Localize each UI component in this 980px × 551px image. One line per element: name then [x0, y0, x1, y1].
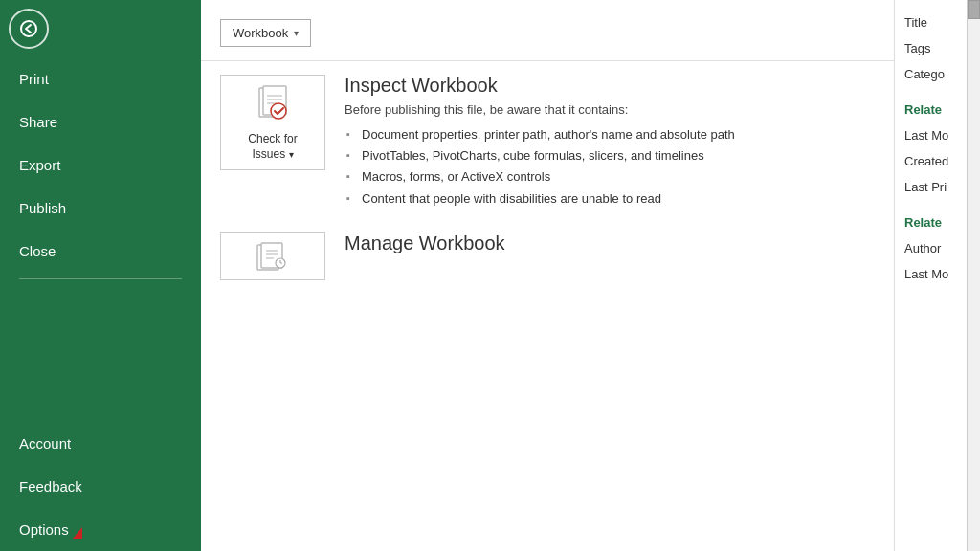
chevron-down-icon: ▾ [294, 28, 299, 38]
check-issues-arrow: ▾ [289, 149, 294, 160]
sidebar-item-feedback[interactable]: Feedback [0, 465, 201, 508]
svg-point-6 [271, 103, 286, 119]
sidebar-item-publish[interactable]: Publish [0, 187, 201, 230]
right-lastmod2-label: Last Mo [904, 261, 967, 287]
sidebar-item-print[interactable]: Print [0, 57, 201, 100]
workbook-row: Workbook ▾ [201, 19, 894, 60]
svg-point-0 [21, 21, 36, 36]
right-catego-label: Catego [904, 61, 967, 87]
sidebar-item-export[interactable]: Export [0, 143, 201, 187]
manage-workbook-content: Manage Workbook [345, 232, 875, 254]
sidebar-nav: Print Share Export Publish Close Account… [0, 57, 201, 551]
inspect-workbook-title: Inspect Workbook [345, 75, 875, 97]
workbook-dropdown[interactable]: Workbook ▾ [220, 19, 311, 47]
manage-workbook-icon-box[interactable] [220, 232, 325, 280]
scrollbar[interactable] [967, 0, 980, 551]
cursor-icon [73, 527, 82, 539]
back-icon [9, 9, 49, 49]
inspect-workbook-subtitle: Before publishing this file, be aware th… [345, 102, 875, 117]
sidebar: Print Share Export Publish Close Account… [0, 0, 201, 551]
sidebar-bottom: Account Feedback Options [0, 422, 201, 551]
list-item: PivotTables, PivotCharts, cube formulas,… [345, 145, 875, 166]
manage-workbook-title: Manage Workbook [345, 232, 875, 254]
manage-workbook-section: Manage Workbook [201, 223, 894, 280]
list-item: Content that people with disabilities ar… [345, 188, 875, 209]
right-tags-label: Tags [904, 35, 967, 61]
workbook-label: Workbook [233, 26, 288, 40]
right-created-label: Created [904, 148, 967, 174]
main-content: Workbook ▾ Check forIssues ▾ [201, 0, 894, 551]
inspect-workbook-section: Check forIssues ▾ Inspect Workbook Befor… [201, 60, 894, 223]
sidebar-item-options[interactable]: Options [0, 508, 201, 551]
check-issues-label: Check forIssues ▾ [248, 132, 297, 162]
back-button[interactable] [0, 0, 57, 57]
sidebar-item-close[interactable]: Close [0, 230, 201, 273]
check-issues-icon [250, 82, 296, 128]
right-panel: Title Tags Catego Relate Last Mo Created… [894, 0, 980, 551]
right-title-label: Title [904, 10, 967, 35]
sidebar-divider [19, 278, 182, 279]
right-related1-header: Relate [904, 97, 967, 122]
inspect-workbook-list: Document properties, printer path, autho… [345, 124, 875, 209]
sidebar-item-account[interactable]: Account [0, 422, 201, 465]
right-author-label: Author [904, 235, 967, 261]
right-lastpri-label: Last Pri [904, 174, 967, 200]
manage-workbook-icon [254, 241, 292, 272]
sidebar-item-share[interactable]: Share [0, 100, 201, 143]
list-item: Document properties, printer path, autho… [345, 124, 875, 145]
check-for-issues-button[interactable]: Check forIssues ▾ [220, 75, 325, 170]
right-lastmod-label: Last Mo [904, 122, 967, 148]
scrollbar-thumb[interactable] [968, 0, 980, 19]
list-item: Macros, forms, or ActiveX controls [345, 166, 875, 187]
inspect-workbook-content: Inspect Workbook Before publishing this … [345, 75, 875, 209]
right-related2-header: Relate [904, 209, 967, 235]
